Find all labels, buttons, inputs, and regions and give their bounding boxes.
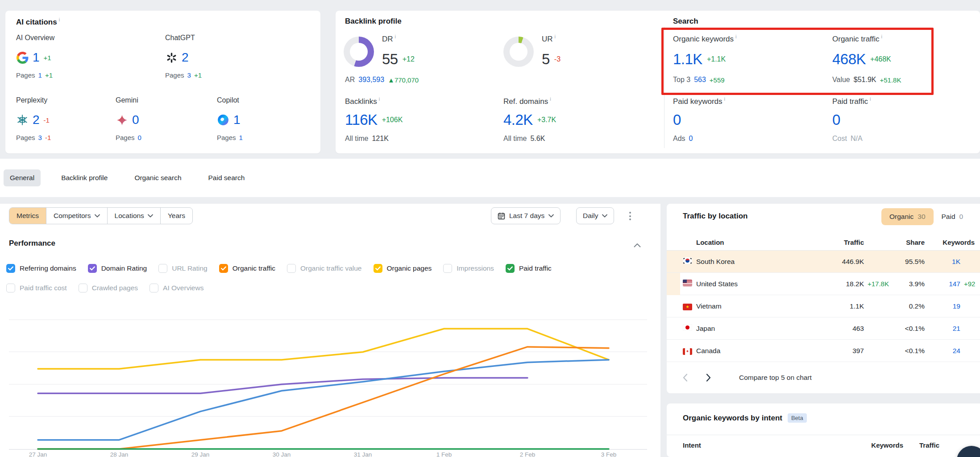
ai-citation-value-row: 1 — [217, 113, 243, 127]
more-options-button[interactable] — [627, 209, 634, 223]
info-icon[interactable]: i — [881, 34, 882, 39]
paid-keywords-number-link[interactable]: 0 — [673, 111, 681, 128]
granularity-button[interactable]: Daily — [576, 207, 614, 224]
pages-count-link[interactable]: 1 — [38, 71, 42, 79]
keywords-count-link[interactable]: 147 — [925, 280, 960, 288]
unchecked-checkbox-icon — [158, 264, 167, 273]
next-page-button[interactable] — [703, 374, 713, 382]
ads-value-link[interactable]: 0 — [689, 135, 693, 143]
ar-value-link[interactable]: 393,593 — [358, 76, 384, 84]
tab-general[interactable]: General — [4, 169, 41, 186]
metric-checkbox-crawled-pages[interactable]: Crawled pages — [79, 284, 138, 292]
pages-count-link[interactable]: 3 — [187, 71, 191, 79]
info-icon[interactable]: i — [735, 34, 736, 39]
metric-checkbox-impressions[interactable]: Impressions — [443, 264, 494, 273]
compare-top5-link[interactable]: Compare top 5 on chart — [739, 374, 812, 382]
info-icon[interactable]: i — [395, 34, 396, 39]
toggle-organic[interactable]: Organic30 — [881, 208, 934, 225]
ai-citation-value-row: 2 — [165, 51, 202, 64]
info-icon[interactable]: i — [59, 17, 60, 22]
metric-checkbox-paid-traffic-cost[interactable]: Paid traffic cost — [6, 284, 67, 292]
metric-checkbox-referring-domains[interactable]: Referring domains — [6, 264, 76, 273]
organic-keywords-number-link[interactable]: 1.1K — [673, 51, 702, 68]
ref-domains-label: Ref. domainsi — [503, 96, 551, 106]
keywords-count-link[interactable]: 19 — [925, 302, 960, 310]
toggle-paid[interactable]: Paid0 — [934, 208, 972, 225]
date-range-button[interactable]: Last 7 days — [491, 207, 561, 224]
backlink-and-search-card: Backlink profile DRi 55+12 AR393,593▲770… — [336, 11, 980, 153]
chevron-down-icon — [95, 214, 100, 218]
backlink-profile-title: Backlink profile — [345, 17, 402, 26]
info-icon[interactable]: i — [555, 34, 556, 39]
site-explorer-overview-page: AI citationsi AI Overview1+1Pages1+1 Cha… — [0, 0, 980, 457]
pages-delta: +1 — [45, 71, 53, 79]
keywords-count-link[interactable]: 1K — [925, 258, 960, 266]
citation-count-link[interactable]: 2 — [182, 50, 189, 65]
top3-value-link[interactable]: 563 — [694, 76, 706, 84]
metric-label: Crawled pages — [92, 284, 138, 292]
location-row-south-korea[interactable]: South Korea446.9K95.5%1K — [667, 251, 980, 273]
location-name: United States — [696, 280, 814, 288]
x-tick-label: 28 Jan — [104, 451, 135, 457]
citation-count-link[interactable]: 1 — [233, 113, 241, 127]
citation-count-link[interactable]: 0 — [132, 113, 139, 127]
location-row-vietnam[interactable]: ★Vietnam1.1K0.2%19 — [667, 295, 980, 317]
metric-checkbox-organic-traffic[interactable]: Organic traffic — [219, 264, 275, 273]
metric-label: AI Overviews — [163, 284, 203, 292]
chevron-left-icon — [683, 374, 688, 382]
backlinks-number-link[interactable]: 116K — [345, 111, 378, 128]
metric-checkbox-organic-pages[interactable]: Organic pages — [374, 264, 432, 273]
traffic-by-location-title: Traffic by location — [683, 212, 747, 221]
unchecked-checkbox-icon — [6, 284, 15, 292]
paid-traffic-label: Paid traffici — [832, 96, 871, 106]
prev-page-button[interactable] — [680, 374, 690, 382]
paid-traffic-number-link[interactable]: 0 — [832, 111, 840, 128]
metric-checkbox-domain-rating[interactable]: Domain Rating — [88, 264, 147, 273]
tab-organic-search[interactable]: Organic search — [128, 169, 187, 186]
collapse-section-button[interactable] — [634, 241, 641, 249]
ref-domains-number-link[interactable]: 4.2K — [503, 111, 533, 128]
organic-traffic-label: Organic traffici — [832, 34, 882, 44]
beta-badge: Beta — [788, 413, 807, 423]
keywords-count-link[interactable]: 21 — [925, 325, 960, 333]
info-icon[interactable]: i — [550, 96, 551, 102]
location-name: South Korea — [696, 258, 814, 266]
overview-tabstrip: GeneralBacklink profileOrganic searchPai… — [0, 159, 980, 197]
performance-chart[interactable] — [0, 293, 660, 457]
chevron-up-icon — [634, 243, 641, 247]
info-icon[interactable]: i — [379, 96, 380, 102]
filter-locations[interactable]: Locations — [107, 208, 160, 224]
citation-count-link[interactable]: 2 — [33, 113, 40, 127]
citation-count-link[interactable]: 1 — [33, 50, 40, 65]
location-row-united-states[interactable]: United States18.2K+17.8K3.9%147+92 — [667, 273, 980, 295]
tab-paid-search[interactable]: Paid search — [202, 169, 251, 186]
unchecked-checkbox-icon — [287, 264, 296, 273]
chart-line-referring-domains — [38, 360, 609, 440]
metric-checkbox-ai-overviews[interactable]: AI Overviews — [149, 284, 203, 292]
filter-competitors[interactable]: Competitors — [46, 208, 107, 224]
metric-checkbox-paid-traffic[interactable]: Paid traffic — [506, 264, 552, 273]
keywords-count-link[interactable]: 24 — [925, 347, 960, 355]
metric-checkbox-organic-traffic-value[interactable]: Organic traffic value — [287, 264, 362, 273]
filter-metrics[interactable]: Metrics — [9, 208, 46, 224]
organic-traffic-number-link[interactable]: 468K — [832, 51, 866, 68]
metric-label: Organic traffic value — [300, 264, 362, 272]
pages-count-link[interactable]: 0 — [138, 134, 141, 141]
metric-label: Domain Rating — [101, 264, 147, 272]
filter-years[interactable]: Years — [160, 208, 192, 224]
ai-citation-value-row: 0 — [116, 113, 141, 127]
traffic-by-location-panel: Traffic by location Organic30 Paid0 Loca… — [667, 204, 980, 393]
paid-keywords-value: 0 — [673, 111, 681, 128]
location-row-canada[interactable]: ✦Canada397<0.1%24 — [667, 340, 980, 362]
location-row-japan[interactable]: Japan463<0.1%21 — [667, 317, 980, 340]
pages-count-link[interactable]: 1 — [239, 134, 243, 141]
info-icon[interactable]: i — [870, 96, 871, 102]
pages-label: Pages — [217, 134, 236, 141]
paid-traffic-value: 0 — [832, 111, 840, 128]
ai-citation-gemini: Gemini0Pages0 — [116, 96, 141, 141]
info-icon[interactable]: i — [724, 96, 725, 102]
metric-checkbox-url-rating[interactable]: URL Rating — [158, 264, 208, 273]
intent-table-header: Intent Keywords Traffic — [667, 435, 980, 457]
pages-count-link[interactable]: 3 — [38, 134, 42, 141]
tab-backlink-profile[interactable]: Backlink profile — [55, 169, 114, 186]
